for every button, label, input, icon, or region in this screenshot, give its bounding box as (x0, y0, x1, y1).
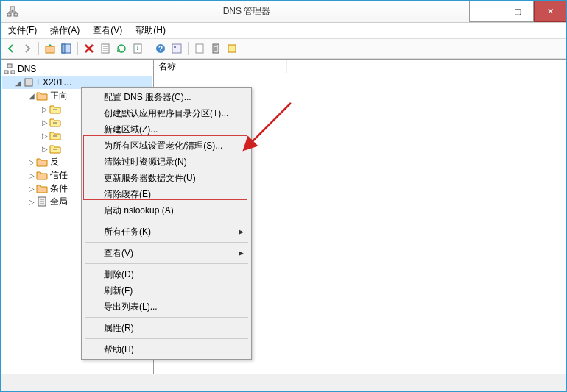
ctx-clear-cache[interactable]: 清除缓存(E) (83, 186, 250, 202)
menu-action[interactable]: 操作(A) (47, 23, 82, 38)
tree-fwd-label: 正向 (50, 90, 68, 102)
svg-rect-16 (4, 71, 8, 74)
context-menu: 配置 DNS 服务器(C)... 创建默认应用程序目录分区(T)... 新建区域… (81, 87, 252, 360)
action3-button[interactable] (225, 41, 239, 56)
tree-server-label: EX201… (37, 77, 72, 88)
folder-icon (36, 156, 48, 168)
help-button[interactable]: ? (153, 41, 168, 56)
expander-icon[interactable]: ◢ (27, 92, 36, 100)
svg-rect-15 (7, 64, 12, 68)
svg-rect-2 (14, 13, 18, 16)
ctx-configure-dns[interactable]: 配置 DNS 服务器(C)... (83, 89, 250, 105)
svg-rect-0 (10, 7, 15, 10)
show-hide-button[interactable] (59, 41, 74, 56)
expander-icon[interactable]: ◢ (14, 79, 23, 87)
tree-rev-label: 反 (50, 156, 59, 168)
expander-icon[interactable]: ▷ (40, 118, 49, 126)
ctx-clear-stale[interactable]: 清除过时资源记录(N) (83, 154, 250, 170)
expander-icon[interactable]: ▷ (27, 158, 36, 166)
action1-button[interactable] (192, 41, 207, 56)
svg-rect-10 (172, 44, 181, 53)
zone-icon (49, 143, 61, 154)
submenu-arrow-icon: ▶ (239, 228, 244, 235)
toolbar: ? (1, 39, 566, 59)
svg-rect-11 (174, 46, 176, 48)
svg-rect-3 (46, 46, 54, 53)
delete-button[interactable] (82, 41, 96, 56)
maximize-button[interactable]: ▢ (501, 1, 534, 22)
ctx-new-zone[interactable]: 新建区域(Z)... (83, 121, 250, 138)
expander-icon[interactable]: ▷ (40, 132, 49, 140)
separator (85, 317, 248, 318)
svg-rect-18 (25, 79, 32, 86)
forward-button[interactable] (20, 41, 35, 56)
submenu-arrow-icon: ▶ (239, 249, 244, 257)
window-title: DNS 管理器 (24, 5, 469, 18)
tree-trust-label: 信任 (50, 169, 68, 182)
back-button[interactable] (4, 41, 18, 56)
zone-icon (49, 103, 61, 115)
ctx-refresh[interactable]: 刷新(F) (83, 282, 250, 299)
log-icon (36, 196, 48, 207)
menu-bar: 文件(F) 操作(A) 查看(V) 帮助(H) (1, 23, 566, 39)
separator (188, 42, 189, 55)
svg-rect-12 (196, 44, 203, 53)
separator (85, 338, 248, 339)
svg-rect-1 (7, 13, 11, 16)
ctx-all-tasks-label: 所有任务(K) (104, 226, 151, 238)
separator (149, 42, 149, 55)
status-bar (1, 374, 566, 391)
minimize-button[interactable]: — (469, 1, 501, 22)
expander-icon[interactable]: ▷ (27, 185, 36, 193)
ctx-set-aging[interactable]: 为所有区域设置老化/清理(S)... (83, 138, 250, 154)
dns-root-icon (4, 63, 15, 75)
menu-view[interactable]: 查看(V) (90, 23, 125, 38)
menu-help[interactable]: 帮助(H) (133, 23, 169, 38)
ctx-properties[interactable]: 属性(R) (83, 320, 250, 336)
ctx-view[interactable]: 查看(V)▶ (83, 245, 250, 261)
ctx-delete[interactable]: 删除(D) (83, 266, 250, 282)
tree-root-dns[interactable]: DNS (2, 63, 152, 76)
zone-icon (49, 129, 61, 141)
server-icon (23, 76, 35, 88)
close-button[interactable]: ✕ (534, 1, 566, 22)
svg-rect-17 (11, 71, 15, 74)
export-button[interactable] (130, 41, 145, 56)
ctx-export[interactable]: 导出列表(L)... (83, 299, 250, 315)
separator (38, 42, 39, 55)
app-window: DNS 管理器 — ▢ ✕ 文件(F) 操作(A) 查看(V) 帮助(H) ? (0, 0, 567, 392)
menu-file[interactable]: 文件(F) (5, 23, 40, 38)
expander-icon[interactable]: ▷ (27, 198, 36, 206)
window-buttons: — ▢ ✕ (469, 1, 566, 22)
titlebar: DNS 管理器 — ▢ ✕ (1, 1, 566, 23)
ctx-update-server-data[interactable]: 更新服务器数据文件(U) (83, 170, 250, 186)
svg-rect-5 (62, 44, 65, 53)
zone-icon (49, 116, 61, 128)
ctx-start-nslookup[interactable]: 启动 nslookup (A) (83, 202, 250, 218)
expander-icon[interactable]: ▷ (40, 105, 49, 113)
ctx-all-tasks[interactable]: 所有任务(K)▶ (83, 224, 250, 240)
ctx-view-label: 查看(V) (104, 247, 133, 260)
tree-global-label: 全局 (50, 196, 68, 208)
ctx-create-default-partition[interactable]: 创建默认应用程序目录分区(T)... (83, 105, 250, 121)
tree-cond-label: 条件 (50, 182, 68, 195)
up-button[interactable] (43, 41, 57, 56)
folder-icon (36, 90, 48, 101)
svg-rect-14 (228, 45, 236, 52)
refresh-button[interactable] (114, 41, 129, 56)
folder-icon (36, 169, 48, 181)
folder-icon (36, 182, 48, 194)
separator (85, 263, 248, 264)
column-header[interactable]: 名称 (154, 60, 566, 74)
separator (77, 42, 78, 55)
action2-button[interactable] (208, 41, 223, 56)
dns-app-icon (7, 6, 18, 18)
column-name: 名称 (158, 60, 287, 73)
ctx-help[interactable]: 帮助(H) (83, 341, 250, 357)
separator (85, 221, 248, 221)
properties-button[interactable] (98, 41, 113, 56)
expander-icon[interactable]: ▷ (40, 145, 49, 153)
filter-button[interactable] (169, 41, 184, 56)
separator (85, 242, 248, 243)
expander-icon[interactable]: ▷ (27, 171, 36, 179)
